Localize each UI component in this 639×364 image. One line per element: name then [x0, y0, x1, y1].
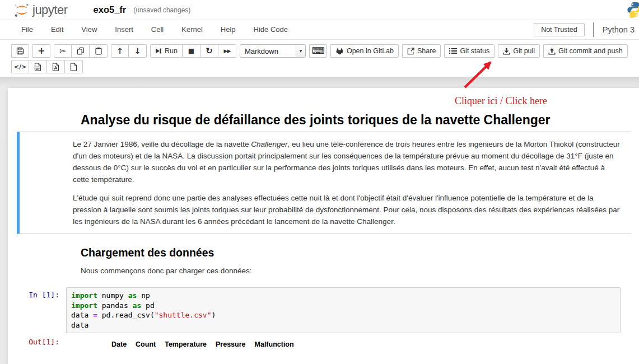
- table-header-row: Date Count Temperature Pressure Malfunct…: [107, 339, 298, 350]
- menu-view[interactable]: View: [72, 20, 106, 39]
- save-button[interactable]: [11, 44, 29, 58]
- table-header-cell: Temperature: [160, 339, 211, 350]
- keyboard-icon: ⌨: [311, 46, 324, 55]
- menubar-right: Not Trusted Python 3: [534, 22, 635, 37]
- intro-p1-italic: Challenger: [251, 140, 287, 148]
- paste-icon: [95, 47, 102, 55]
- code-token: pd: [141, 301, 154, 310]
- code-token: data: [71, 321, 88, 329]
- git-status-label: Git status: [460, 47, 489, 55]
- output-area: Date Count Temperature Pressure Malfunct…: [66, 337, 639, 350]
- code-token: import: [71, 291, 97, 300]
- git-commit-push-label: Git commit and push: [558, 47, 623, 55]
- jupyter-notebook-app: jupyter exo5_fr (unsaved changes) File E…: [0, 0, 639, 364]
- code-line: data: [71, 320, 615, 330]
- menu-kernel[interactable]: Kernel: [172, 20, 212, 39]
- intro-p1-before: Le 27 Janvier 1986, veille du décollage …: [73, 140, 251, 148]
- menu-file[interactable]: File: [12, 20, 42, 39]
- intro-blockquote: Le 27 Janvier 1986, veille du décollage …: [17, 132, 631, 234]
- open-in-gitlab-label: Open in GitLab: [347, 47, 394, 55]
- jupyter-logo[interactable]: jupyter: [13, 2, 68, 18]
- save-icon: [16, 47, 24, 55]
- code-token: pandas: [97, 301, 133, 310]
- kernel-separator: [593, 22, 594, 37]
- step-forward-icon: [155, 48, 162, 54]
- git-pull-label: Git pull: [513, 47, 535, 55]
- code-token: data: [71, 311, 93, 319]
- cut-cell-button[interactable]: ✂: [54, 44, 72, 58]
- stop-icon: ■: [188, 48, 194, 54]
- plus-icon: +: [38, 46, 45, 55]
- notebook-title[interactable]: exo5_fr: [94, 4, 127, 15]
- git-commit-push-button[interactable]: Git commit and push: [543, 44, 628, 58]
- jupyter-logo-text: jupyter: [32, 3, 68, 17]
- document-blank-icon: [70, 63, 77, 71]
- move-cell-up-button[interactable]: ↑: [111, 44, 129, 58]
- notebook-page: Analyse du risque de défaillance des joi…: [8, 88, 639, 364]
- not-trusted-button[interactable]: Not Trusted: [534, 23, 585, 36]
- menu-edit[interactable]: Edit: [42, 20, 72, 39]
- add-cell-button[interactable]: +: [32, 44, 50, 58]
- table-header-cell: Count: [131, 339, 160, 350]
- section-intro-text: Nous commençons donc par charger ces don…: [81, 267, 639, 275]
- toolbar-row-2: </>: [11, 60, 639, 73]
- move-cell-down-button[interactable]: ↓: [129, 44, 147, 58]
- share-button[interactable]: Share: [402, 44, 441, 58]
- menu-cell[interactable]: Cell: [142, 20, 172, 39]
- run-cell-button[interactable]: Run: [150, 44, 183, 58]
- table-header-cell: Malfunction: [250, 339, 298, 350]
- arrow-up-icon: ↑: [116, 47, 123, 55]
- git-pull-button[interactable]: Git pull: [498, 44, 540, 58]
- export-pdf-button[interactable]: [47, 60, 65, 73]
- restart-run-all-button[interactable]: ▶▶: [218, 44, 236, 58]
- menu-hide-code[interactable]: Hide Code: [245, 20, 297, 39]
- output-dataframe-table: Date Count Temperature Pressure Malfunct…: [107, 339, 298, 350]
- paste-cell-button[interactable]: [90, 44, 108, 58]
- save-status: (unsaved changes): [133, 6, 190, 14]
- jupyter-logo-icon: [13, 2, 30, 18]
- list-icon: [449, 48, 457, 54]
- code-token: ): [211, 311, 216, 319]
- kernel-name: Python 3: [603, 25, 635, 34]
- cell-type-select[interactable]: Markdown ▼: [240, 44, 306, 58]
- export-blank-button[interactable]: [65, 60, 83, 73]
- share-label: Share: [417, 47, 436, 55]
- intro-paragraph-2: L'étude qui suit reprend donc une partie…: [73, 192, 622, 227]
- scissors-icon: ✂: [59, 47, 66, 55]
- chevron-down-icon: ▼: [296, 45, 305, 57]
- intro-paragraph-1: Le 27 Janvier 1986, veille du décollage …: [73, 138, 622, 185]
- upload-icon: [548, 48, 556, 55]
- export-document-button[interactable]: [29, 60, 47, 73]
- annotation-arrow: [458, 55, 504, 91]
- command-palette-button[interactable]: ⌨: [309, 44, 327, 58]
- code-token: numpy: [97, 291, 128, 300]
- restart-kernel-button[interactable]: ↻: [200, 44, 218, 58]
- section-title: Chargement des données: [81, 246, 639, 259]
- code-input-area[interactable]: import numpy as npimport pandas as pddat…: [66, 287, 621, 333]
- app-header: jupyter exo5_fr (unsaved changes): [0, 0, 639, 20]
- code-line: data = pd.read_csv("shuttle.csv"): [71, 310, 615, 320]
- input-prompt: In [1]:: [8, 287, 63, 333]
- copy-cell-button[interactable]: [72, 44, 90, 58]
- open-in-gitlab-button[interactable]: Open in GitLab: [330, 44, 399, 58]
- table-header-cell: Date: [107, 339, 131, 350]
- code-token: import: [71, 301, 97, 310]
- restart-icon: ↻: [206, 47, 213, 55]
- toggle-code-button[interactable]: </>: [11, 60, 29, 73]
- notebook-h1-title: Analyse du risque de défaillance des joi…: [81, 111, 573, 128]
- output-cell: Out[1]: Date Count Temperature Pressure …: [8, 337, 639, 350]
- code-token: np: [137, 291, 150, 300]
- cell-type-value: Markdown: [240, 45, 296, 57]
- annotation-text: Cliquer ici / Click here: [455, 95, 578, 107]
- stop-kernel-button[interactable]: ■: [183, 44, 200, 58]
- code-line: import numpy as np: [71, 291, 615, 301]
- code-cell: In [1]: import numpy as npimport pandas …: [8, 287, 639, 333]
- fast-forward-icon: ▶▶: [224, 49, 231, 54]
- menu-help[interactable]: Help: [212, 20, 245, 39]
- table-header-cell: Pressure: [211, 339, 250, 350]
- toolbar-row-1: + ✂ ↑ ↓: [11, 44, 639, 58]
- run-label: Run: [165, 47, 178, 55]
- menu-insert[interactable]: Insert: [106, 20, 142, 39]
- menubar: File Edit View Insert Cell Kernel Help H…: [0, 20, 639, 40]
- share-icon: [407, 48, 414, 55]
